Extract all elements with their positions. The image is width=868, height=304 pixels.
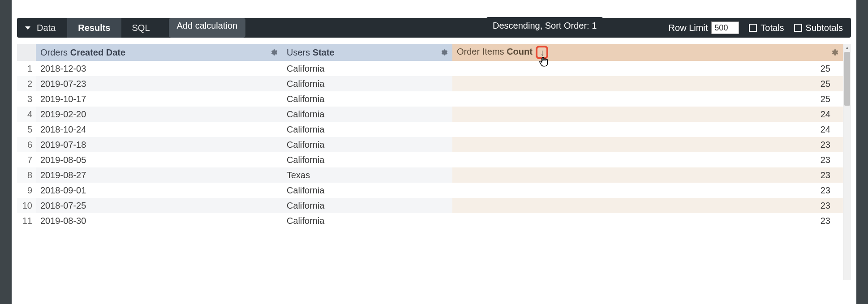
cell-created-date[interactable]: 2019-07-23 [36, 76, 282, 91]
tab-data-label: Data [37, 23, 56, 33]
table-row[interactable]: 102018-07-25California23 [17, 198, 843, 213]
grid-wrap: Orders Created Date Users State [17, 44, 851, 280]
tab-data[interactable]: Data [17, 18, 67, 38]
cell-order-items-count[interactable]: 23 [452, 198, 843, 213]
cell-order-items-count[interactable]: 24 [452, 107, 843, 122]
toolbar: Data Results SQL Add calculation Row Lim… [17, 18, 851, 38]
gear-icon[interactable] [270, 48, 278, 56]
row-limit-label: Row Limit [669, 23, 708, 33]
table-row[interactable]: 72019-08-05California23 [17, 152, 843, 167]
tab-sql[interactable]: SQL [121, 18, 161, 38]
scroll-up-arrow-icon[interactable]: ▲ [843, 44, 851, 51]
cell-order-items-count[interactable]: 23 [452, 183, 843, 198]
caret-down-icon [25, 26, 30, 30]
header-order-items-count-prefix: Order Items [457, 47, 507, 56]
toolbar-right: Row Limit Totals Subtotals [669, 21, 851, 34]
cell-users-state[interactable]: California [282, 107, 452, 122]
totals-checkbox-group[interactable]: Totals [749, 23, 784, 33]
row-number: 3 [17, 91, 36, 107]
cell-created-date[interactable]: 2018-09-01 [36, 183, 282, 198]
header-created-date-prefix: Orders [40, 47, 70, 57]
cell-users-state[interactable]: Texas [282, 167, 452, 183]
gear-icon[interactable] [440, 48, 448, 56]
add-calculation-label: Add calculation [177, 21, 238, 30]
row-number: 10 [17, 198, 36, 213]
grid-body: 12018-12-03California2522019-07-23Califo… [17, 61, 843, 228]
table-row[interactable]: 92018-09-01California23 [17, 183, 843, 198]
row-number: 1 [17, 61, 36, 76]
subtotals-checkbox-group[interactable]: Subtotals [794, 23, 843, 33]
cell-users-state[interactable]: California [282, 61, 452, 76]
add-calculation-button[interactable]: Add calculation [169, 18, 246, 38]
scrollbar-thumb[interactable] [844, 52, 850, 106]
cell-order-items-count[interactable]: 23 [452, 137, 843, 152]
totals-checkbox[interactable] [749, 24, 757, 32]
table-row[interactable]: 12018-12-03California25 [17, 61, 843, 76]
row-limit-input[interactable] [711, 21, 739, 34]
tab-results[interactable]: Results [67, 18, 121, 38]
row-number: 6 [17, 137, 36, 152]
cell-order-items-count[interactable]: 24 [452, 122, 843, 137]
table-row[interactable]: 82019-08-27Texas23 [17, 167, 843, 183]
gear-icon[interactable] [830, 48, 838, 56]
cell-created-date[interactable]: 2018-07-25 [36, 198, 282, 213]
cell-users-state[interactable]: California [282, 183, 452, 198]
app-frame: Data Results SQL Add calculation Row Lim… [12, 0, 856, 304]
cell-created-date[interactable]: 2018-10-24 [36, 122, 282, 137]
grid-scroll: Orders Created Date Users State [17, 44, 843, 280]
table-row[interactable]: 42019-02-20California24 [17, 107, 843, 122]
cell-users-state[interactable]: California [282, 91, 452, 107]
sort-indicator[interactable]: ↓ [536, 46, 548, 59]
row-number: 2 [17, 76, 36, 91]
cell-users-state[interactable]: California [282, 76, 452, 91]
vertical-scrollbar[interactable]: ▲ [843, 44, 851, 280]
cell-order-items-count[interactable]: 23 [452, 152, 843, 167]
header-users-state[interactable]: Users State [282, 44, 452, 61]
cell-created-date[interactable]: 2018-12-03 [36, 61, 282, 76]
row-number: 4 [17, 107, 36, 122]
row-number: 8 [17, 167, 36, 183]
cell-users-state[interactable]: California [282, 198, 452, 213]
cell-created-date[interactable]: 2019-08-27 [36, 167, 282, 183]
row-number: 5 [17, 122, 36, 137]
row-number: 9 [17, 183, 36, 198]
table-row[interactable]: 22019-07-23California25 [17, 76, 843, 91]
row-number: 7 [17, 152, 36, 167]
table-row[interactable]: 62019-07-18California23 [17, 137, 843, 152]
cell-order-items-count[interactable]: 23 [452, 213, 843, 228]
tab-results-label: Results [78, 23, 110, 33]
cell-created-date[interactable]: 2019-08-05 [36, 152, 282, 167]
cell-order-items-count[interactable]: 25 [452, 91, 843, 107]
arrow-down-icon: ↓ [540, 47, 544, 58]
cell-created-date[interactable]: 2019-08-30 [36, 213, 282, 228]
cell-users-state[interactable]: California [282, 213, 452, 228]
cell-created-date[interactable]: 2019-07-18 [36, 137, 282, 152]
header-users-state-prefix: Users [287, 47, 313, 57]
header-row: Orders Created Date Users State [17, 44, 843, 61]
cell-order-items-count[interactable]: 23 [452, 167, 843, 183]
row-limit-group: Row Limit [669, 21, 739, 34]
header-order-items-count-field: Count [507, 47, 533, 56]
header-rownum [17, 44, 36, 61]
results-table: Orders Created Date Users State [17, 44, 843, 228]
table-row[interactable]: 52018-10-24California24 [17, 122, 843, 137]
cell-users-state[interactable]: California [282, 137, 452, 152]
header-users-state-field: State [313, 47, 335, 57]
totals-label: Totals [761, 23, 784, 33]
header-order-items-count[interactable]: Order Items Count ↓ [452, 44, 843, 61]
cell-users-state[interactable]: California [282, 152, 452, 167]
subtotals-label: Subtotals [806, 23, 843, 33]
table-row[interactable]: 32019-10-17California25 [17, 91, 843, 107]
cell-created-date[interactable]: 2019-10-17 [36, 91, 282, 107]
header-created-date[interactable]: Orders Created Date [36, 44, 282, 61]
cell-order-items-count[interactable]: 25 [452, 76, 843, 91]
cell-users-state[interactable]: California [282, 122, 452, 137]
cell-order-items-count[interactable]: 25 [452, 61, 843, 76]
subtotals-checkbox[interactable] [794, 24, 802, 32]
toolbar-left: Data Results SQL Add calculation [17, 18, 245, 38]
sort-tooltip: Descending, Sort Order: 1 [486, 17, 603, 34]
header-created-date-field: Created Date [70, 47, 125, 57]
table-row[interactable]: 112019-08-30California23 [17, 213, 843, 228]
cell-created-date[interactable]: 2019-02-20 [36, 107, 282, 122]
tab-sql-label: SQL [132, 23, 150, 33]
